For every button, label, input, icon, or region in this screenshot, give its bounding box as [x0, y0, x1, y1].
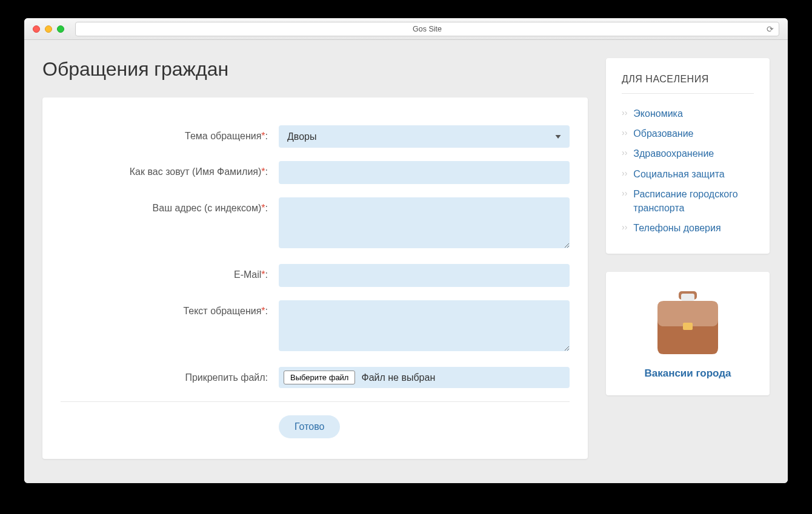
- chevron-right-icon: ››: [622, 127, 627, 139]
- sidebar-item: ›› Телефоны доверия: [622, 218, 754, 238]
- address-bar[interactable]: Gos Site ⟳: [75, 22, 779, 36]
- browser-window: Gos Site ⟳ Обращения граждан Тема обраще…: [24, 18, 788, 483]
- sidebar-item: ›› Экономика: [622, 104, 754, 124]
- sidebar-link-transport[interactable]: Расписание городского транспорта: [633, 187, 754, 215]
- chevron-right-icon: ››: [622, 187, 627, 200]
- sidebar-link-social[interactable]: Социальная защита: [633, 167, 724, 181]
- browser-chrome: Gos Site ⟳: [24, 18, 788, 40]
- label-message: Текст обращения*:: [61, 300, 279, 317]
- sidebar-vacancies-link[interactable]: Вакансии города: [644, 367, 731, 379]
- sidebar-link-hotlines[interactable]: Телефоны доверия: [633, 221, 720, 235]
- chevron-right-icon: ››: [622, 221, 627, 234]
- submit-row: Готово: [61, 415, 570, 438]
- appeal-form-card: Тема обращения*: Дворы Как вас зовут (Им…: [42, 97, 588, 459]
- sidebar-item: ›› Расписание городского транспорта: [622, 184, 754, 218]
- sidebar-link-education[interactable]: Образование: [633, 127, 693, 140]
- textarea-message[interactable]: [279, 300, 570, 351]
- sidebar-link-economy[interactable]: Экономика: [633, 107, 683, 120]
- sidebar-vacancies-card[interactable]: Вакансии города: [606, 272, 770, 395]
- label-topic: Тема обращения*:: [61, 125, 279, 142]
- form-row-address: Ваш адрес (с индексом)*:: [61, 197, 570, 251]
- form-row-file: Прикрепить файл: Выберите файл Файл не в…: [61, 367, 570, 388]
- input-name[interactable]: [279, 161, 570, 184]
- form-row-message: Текст обращения*:: [61, 300, 570, 354]
- page-title: Обращения граждан: [42, 58, 588, 81]
- address-bar-title: Gos Site: [413, 25, 442, 33]
- file-choose-button[interactable]: Выберите файл: [284, 371, 355, 384]
- refresh-icon[interactable]: ⟳: [767, 24, 774, 34]
- submit-button[interactable]: Готово: [279, 415, 340, 438]
- sidebar-item: ›› Здравоохранение: [622, 143, 754, 163]
- traffic-lights: [33, 25, 64, 33]
- sidebar-population-list: ›› Экономика ›› Образование ›› Здравоохр…: [622, 104, 754, 238]
- select-topic[interactable]: Дворы: [279, 125, 570, 148]
- chevron-right-icon: ››: [622, 147, 627, 159]
- chevron-right-icon: ››: [622, 167, 627, 180]
- label-file: Прикрепить файл:: [61, 367, 279, 383]
- sidebar-item: ›› Образование: [622, 124, 754, 143]
- file-control: Выберите файл Файл не выбран: [279, 367, 570, 388]
- label-email: E-Mail*:: [61, 264, 279, 280]
- svg-rect-2: [683, 323, 693, 330]
- sidebar-item: ›› Социальная защита: [622, 164, 754, 184]
- page-content: Обращения граждан Тема обращения*: Дворы…: [24, 40, 788, 483]
- file-status: Файл не выбран: [361, 372, 435, 383]
- main-column: Обращения граждан Тема обращения*: Дворы…: [42, 58, 588, 459]
- maximize-window-icon[interactable]: [57, 25, 64, 33]
- form-row-name: Как вас зовут (Имя Фамилия)*:: [61, 161, 570, 184]
- form-row-email: E-Mail*:: [61, 264, 570, 287]
- sidebar-population-card: ДЛЯ НАСЕЛЕНИЯ ›› Экономика ›› Образовани…: [606, 58, 770, 254]
- sidebar-link-healthcare[interactable]: Здравоохранение: [633, 147, 714, 160]
- label-name: Как вас зовут (Имя Фамилия)*:: [61, 161, 279, 177]
- briefcase-icon: [651, 290, 724, 357]
- close-window-icon[interactable]: [33, 25, 40, 33]
- svg-rect-1: [681, 294, 694, 301]
- chevron-right-icon: ››: [622, 107, 627, 119]
- textarea-address[interactable]: [279, 197, 570, 248]
- form-divider: [61, 401, 570, 402]
- input-email[interactable]: [279, 264, 570, 287]
- minimize-window-icon[interactable]: [45, 25, 52, 33]
- form-row-topic: Тема обращения*: Дворы: [61, 125, 570, 148]
- label-address: Ваш адрес (с индексом)*:: [61, 197, 279, 214]
- sidebar: ДЛЯ НАСЕЛЕНИЯ ›› Экономика ›› Образовани…: [606, 58, 770, 395]
- sidebar-population-title: ДЛЯ НАСЕЛЕНИЯ: [622, 74, 754, 94]
